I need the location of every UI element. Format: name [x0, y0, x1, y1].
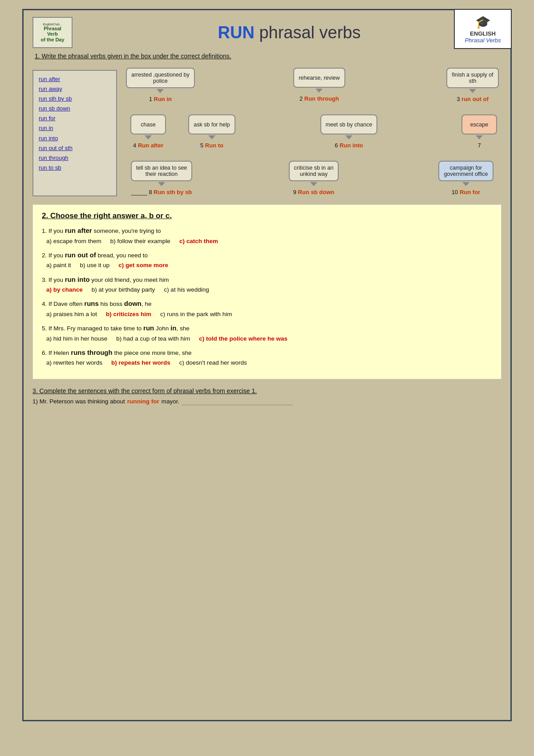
num-2: 2	[299, 95, 304, 102]
question-1: 1. If you run after someone, you're tryi…	[42, 226, 492, 246]
col-unit-6: meet sb by chance 6 Run into	[313, 114, 384, 149]
pv-1: Run in	[154, 96, 172, 102]
corner-easel-icon: 🎓	[475, 15, 491, 29]
pv-9: Run sb down	[298, 189, 335, 195]
question-3: 3. If you run into your old friend, you …	[42, 275, 492, 295]
def-cell-4: chase	[130, 114, 166, 134]
pv-item-run-away[interactable]: run away	[39, 84, 111, 94]
pv-item-run-sth-by-sb[interactable]: run sth by sb	[39, 94, 111, 104]
pv-8: Run sth by sb	[154, 189, 192, 195]
def-cell-8: tell sb an idea to seetheir reaction	[131, 161, 193, 181]
q5-opt-b: b) had a cup of tea with him	[116, 334, 190, 343]
pv-item-run-in[interactable]: run in	[39, 123, 111, 133]
arrow-8	[158, 182, 165, 186]
q5-options: a) hid him in her house b) had a cup of …	[42, 334, 492, 343]
pv-list-box: run after run away run sth by sb run sb …	[32, 70, 117, 196]
corner-logo: 🎓 ENGLISH Phrasal Verbs	[454, 9, 512, 49]
q2-opt-b: b) use it up	[80, 261, 110, 270]
q1-pv: run after	[65, 227, 92, 234]
label-cell-5: 5 Run to	[190, 142, 234, 149]
label-cell-7: 7	[457, 142, 502, 149]
section1-instruction: 1. Write the phrasal verbs given in the …	[32, 53, 502, 60]
pv-item-run-for[interactable]: run for	[39, 114, 111, 123]
q6-pv: runs through	[71, 349, 112, 356]
def-cell-1: arrested ,questioned bypolice	[126, 68, 195, 88]
q2-opt-c: c) get some more	[118, 261, 168, 270]
pv-5: Run to	[205, 142, 223, 149]
def-cell-3: finish a supply ofsth	[446, 68, 498, 88]
col-unit-1: arrested ,questioned bypolice 1 Run in	[126, 68, 195, 102]
arrow-7	[476, 135, 483, 139]
fill-1-text: 1) Mr. Peterson was thinking about	[32, 398, 125, 405]
q3-pv: run into	[65, 276, 90, 283]
page-wrapper: 🎓 ENGLISH Phrasal Verbs EnglishClub... P…	[22, 9, 512, 721]
fill-sentence-1: 1) Mr. Peterson was thinking about runni…	[32, 398, 502, 405]
pv-item-run-sb-down[interactable]: run sb down	[39, 104, 111, 114]
question-4: 4. If Dave often runs his boss down, he …	[42, 299, 492, 319]
page-title: RUN phrasal verbs	[77, 23, 502, 42]
label-cell-6: 6 Run into	[327, 142, 371, 149]
col-unit-2: rehearse, review 2 Run through	[290, 68, 348, 102]
q6-opt-b: b) repeats her words	[111, 358, 170, 367]
title-rest: phrasal verbs	[255, 23, 361, 42]
pv-4: Run after	[138, 142, 163, 149]
label-cell-10: 10 Run for	[444, 189, 488, 195]
section2-box: 2. Choose the right answer a, b or c. 1.…	[32, 204, 502, 379]
def-cell-9: criticise sb in anunkind way	[289, 161, 339, 181]
arrow-5	[208, 135, 215, 139]
col-unit-9: criticise sb in anunkind way 9 Run sb do…	[278, 161, 349, 195]
num-9: 9	[293, 189, 298, 195]
q6-options: a) rewrites her words b) repeats her wor…	[42, 358, 492, 367]
q3-opt-c: c) at his wedding	[164, 285, 209, 294]
num-3: 3	[457, 96, 461, 102]
q5-pv2: in	[170, 324, 176, 332]
q4-opt-b: b) criticizes him	[106, 310, 151, 319]
question-5: 5. If Mrs. Fry managed to take time to r…	[42, 323, 492, 343]
question-2: 2. If you run out of bread, you need to …	[42, 250, 492, 270]
col-unit-8: tell sb an idea to seetheir reaction ___…	[126, 161, 197, 195]
pv-item-run-to-sb[interactable]: run to sb	[39, 163, 111, 173]
row3-defs: tell sb an idea to seetheir reaction ___…	[126, 161, 502, 195]
arrow-6	[345, 135, 352, 139]
pv-6: Run into	[340, 142, 363, 149]
fill-1-blank	[182, 398, 293, 405]
num-1: 1	[149, 96, 154, 102]
fill-1-pv: running for	[127, 398, 159, 405]
small-logo-mid: PhrasalVerbof the Day	[40, 26, 64, 42]
label-cell-3: 3 run out of	[450, 96, 495, 102]
pv-3: run out of	[461, 96, 489, 102]
q5-text: 5. If Mrs. Fry managed to take time to r…	[42, 323, 492, 333]
def-cell-7: escape	[461, 114, 497, 134]
arrow-10	[462, 182, 469, 186]
corner-title-line1: ENGLISH	[470, 30, 496, 37]
label-cell-2: 2 Run through	[297, 95, 341, 102]
q1-opt-a: a) escape from them	[46, 237, 101, 246]
pv-item-run-out-of-sth[interactable]: run out of sth	[39, 143, 111, 153]
def-cell-10: campaign forgovernment office	[438, 161, 493, 181]
num-4: 4	[133, 142, 138, 149]
question-6: 6. If Helen runs through the piece one m…	[42, 348, 492, 368]
q5-opt-c: c) told the police where he was	[199, 334, 287, 343]
col-unit-3: finish a supply ofsth 3 run out of	[444, 68, 502, 102]
pv-item-run-into[interactable]: run into	[39, 134, 111, 143]
q6-text: 6. If Helen runs through the piece one m…	[42, 348, 492, 358]
q4-opt-a: a) praises him a lot	[46, 310, 97, 319]
arrow-9	[310, 182, 317, 186]
pv-2: Run through	[304, 95, 339, 102]
label-cell-8: _____ 8 Run sth by sb	[131, 189, 192, 195]
arrow-3	[469, 89, 476, 93]
q5-pv1: run	[143, 324, 154, 332]
col-unit-5: ask sb for help 5 Run to	[183, 114, 241, 149]
q4-opt-c: c) runs in the park with him	[160, 310, 232, 319]
pv-item-run-after[interactable]: run after	[39, 74, 111, 84]
section3: 3. Complete the sentences with the corre…	[32, 387, 502, 405]
header-row: EnglishClub... PhrasalVerbof the Day RUN…	[32, 17, 502, 48]
q3-text: 3. If you run into your old friend, you …	[42, 275, 492, 285]
col-unit-7: escape 7	[457, 114, 502, 149]
num-7: 7	[477, 142, 481, 149]
def-cell-5: ask sb for help	[188, 114, 235, 134]
pv-item-run-through[interactable]: run through	[39, 153, 111, 163]
q2-options: a) paint it b) use it up c) get some mor…	[42, 261, 492, 270]
q3-opt-b: b) at your birthday party	[92, 285, 155, 294]
section2-title: 2. Choose the right answer a, b or c.	[42, 211, 492, 220]
